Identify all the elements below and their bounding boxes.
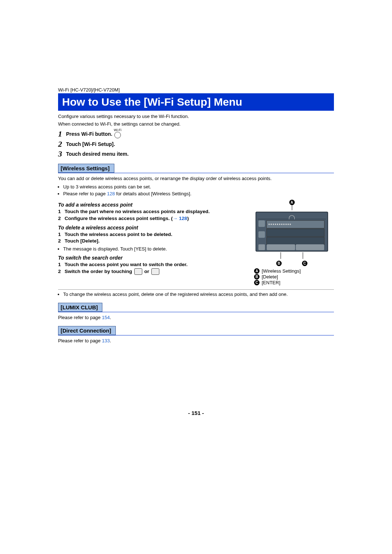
legend-c: [ENTER] <box>262 280 280 285</box>
legend-a: [Wireless Settings] <box>262 268 301 274</box>
legend-b: [Delete] <box>262 274 278 280</box>
bullet-item: Please refer to page 128 for details abo… <box>63 191 334 197</box>
chapter-header: Wi-Fi [HC-V720]/[HC-V720M] <box>58 87 334 93</box>
bullet-item: Up to 3 wireless access points can be se… <box>63 184 334 190</box>
wireless-footnote: To change the wireless access point, del… <box>63 291 334 298</box>
del-step-2: Touch [Delete]. <box>65 238 100 244</box>
reorder-up-icon <box>258 220 265 227</box>
subhead-delete-ap: To delete a wireless access point <box>58 225 249 231</box>
step-text: Press Wi-Fi button. <box>66 131 112 137</box>
step-number: 1 <box>58 129 66 139</box>
lumix-text: Please refer to page <box>58 315 102 320</box>
switch-step-2: Switch the order by touching or <box>65 268 160 275</box>
subhead-switch-order: To switch the search order <box>58 255 249 261</box>
reorder-down-icon <box>258 231 265 238</box>
callout-c-icon: C <box>302 261 307 266</box>
up-arrow-icon <box>134 268 142 275</box>
section-lumix-club: [LUMIX CLUB] Please refer to page 154. <box>58 303 334 321</box>
add-step-1: Touch the part where no wireless access … <box>65 208 210 215</box>
section-direct-connection: [Direct Connection] Please refer to page… <box>58 326 334 344</box>
wireless-settings-diagram: A ●●●●●●●●●●● <box>254 199 330 285</box>
callout-b-icon: B <box>276 261 282 266</box>
intro-text-1: Configure various settings necessary to … <box>58 114 334 120</box>
add-step-2: Configure the wireless access point sett… <box>65 215 189 222</box>
section-wireless-settings: [Wireless Settings] You can add or delet… <box>58 164 334 298</box>
callout-a-icon: A <box>289 200 295 205</box>
down-arrow-icon <box>151 268 159 275</box>
step-text: Touch desired menu item. <box>66 151 128 157</box>
wireless-desc: You can add or delete wireless access po… <box>58 175 334 182</box>
section-tab-wireless: [Wireless Settings] <box>58 164 114 173</box>
direct-text: Please refer to page <box>58 338 102 343</box>
title-bar: How to Use the [Wi-Fi Setup] Menu <box>58 93 334 111</box>
section-tab-direct: [Direct Connection] <box>58 326 116 335</box>
page-link-128[interactable]: 128 <box>107 191 115 196</box>
section-tab-lumix: [LUMIX CLUB] <box>58 303 102 312</box>
delete-btn-icon <box>267 244 295 250</box>
page-number: - 151 - <box>58 410 334 416</box>
switch-step-1: Touch the access point you want to switc… <box>65 261 188 268</box>
page-title: How to Use the [Wi-Fi Setup] Menu <box>62 96 242 108</box>
intro-text-2: When connected to Wi-Fi, the settings ca… <box>58 121 334 127</box>
page-link-128[interactable]: 128 <box>179 216 187 221</box>
page-link-133[interactable]: 133 <box>102 338 110 343</box>
wifi-button-icon: Wi-Fi <box>114 128 121 138</box>
back-icon <box>258 244 265 250</box>
subhead-add-ap: To add a wireless access point <box>58 202 249 208</box>
delete-note: The message is displayed. Touch [YES] to… <box>63 246 249 252</box>
del-step-1: Touch the wireless access point to be de… <box>65 231 172 238</box>
step-text: Touch [Wi-Fi Setup]. <box>66 141 115 147</box>
page-link-154[interactable]: 154 <box>102 315 110 320</box>
step-number: 2 <box>58 139 66 149</box>
enter-btn-icon <box>296 244 324 250</box>
step-number: 3 <box>58 149 66 159</box>
main-steps: 1 Press Wi-Fi button. Wi-Fi 2 Touch [Wi-… <box>58 129 334 159</box>
